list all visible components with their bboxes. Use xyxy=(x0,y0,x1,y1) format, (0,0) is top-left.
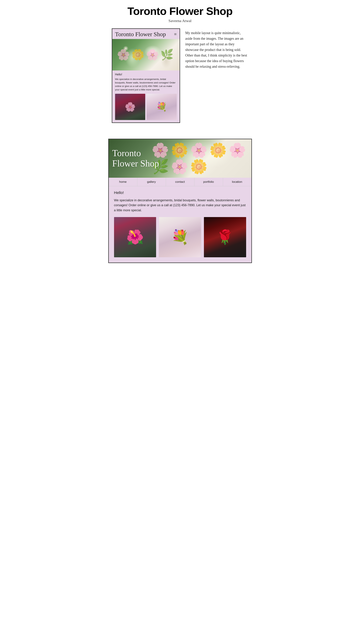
mobile-images xyxy=(115,94,177,120)
mobile-description: We specialize in decorative arrangements… xyxy=(115,78,177,92)
section-divider xyxy=(108,128,252,139)
desktop-nav: home gallery contact portfolio location xyxy=(109,178,251,186)
mobile-body: Hello! We specialize in decorative arran… xyxy=(112,70,179,122)
mobile-image-dark-bouquet xyxy=(115,94,145,120)
nav-item-location[interactable]: location xyxy=(223,178,251,186)
red-roses-visual: 🌹 xyxy=(204,217,246,257)
dark-bouquet-image xyxy=(115,94,145,120)
mobile-hero-image: 🌸🌼🌸🌿 xyxy=(112,39,179,70)
desktop-hello: Hello! xyxy=(114,190,246,195)
desktop-image-dark-bouquet: 🌺 xyxy=(114,217,156,257)
nav-item-contact[interactable]: contact xyxy=(166,178,195,186)
page-title-section: Toronto Flower Shop Saveena Atwal xyxy=(108,0,252,25)
desktop-images: 🌺 💐 🌹 xyxy=(114,217,246,257)
nav-item-gallery[interactable]: gallery xyxy=(137,178,166,186)
mobile-mockup: Toronto Flower Shop ≡ 🌸🌼🌸🌿 Hello! We spe… xyxy=(112,28,180,123)
dark-bouquet-visual: 🌺 xyxy=(114,217,156,257)
desktop-section: Toronto Flower Shop 🌸🌼🌸🌼🌸🌿🌸🌼 home galler… xyxy=(108,139,252,263)
mobile-image-light-bouquet xyxy=(147,94,177,120)
mobile-hello: Hello! xyxy=(115,73,177,76)
hamburger-icon[interactable]: ≡ xyxy=(174,32,177,36)
light-bouquet-image xyxy=(147,94,177,120)
desktop-body: Hello! We specialize in decorative arran… xyxy=(109,186,251,262)
flower-overlay: 🌸🌼🌸🌿 xyxy=(112,39,179,70)
page-subtitle: Saveena Atwal xyxy=(112,18,248,23)
nav-item-portfolio[interactable]: portfolio xyxy=(195,178,223,186)
desktop-description: We specialize in decorative arrangements… xyxy=(114,198,246,213)
desktop-logo-overlay: Toronto Flower Shop xyxy=(112,148,159,169)
mobile-header: Toronto Flower Shop ≡ xyxy=(112,29,179,39)
nav-item-home[interactable]: home xyxy=(109,178,137,186)
description-text: My mobile layout is quite minimalistic, … xyxy=(185,28,248,69)
desktop-hero: Toronto Flower Shop 🌸🌼🌸🌼🌸🌿🌸🌼 xyxy=(109,139,251,178)
upper-content: Toronto Flower Shop ≡ 🌸🌼🌸🌿 Hello! We spe… xyxy=(108,25,252,128)
desktop-image-red-roses: 🌹 xyxy=(204,217,246,257)
light-bouquet-visual: 💐 xyxy=(159,217,201,257)
desktop-hero-flowers: 🌸🌼🌸🌼🌸🌿🌸🌼 xyxy=(151,139,251,178)
desktop-logo: Toronto Flower Shop xyxy=(112,148,159,169)
desktop-image-light-bouquet: 💐 xyxy=(159,217,201,257)
page-title: Toronto Flower Shop xyxy=(112,5,248,17)
mobile-logo: Toronto Flower Shop xyxy=(115,31,166,38)
